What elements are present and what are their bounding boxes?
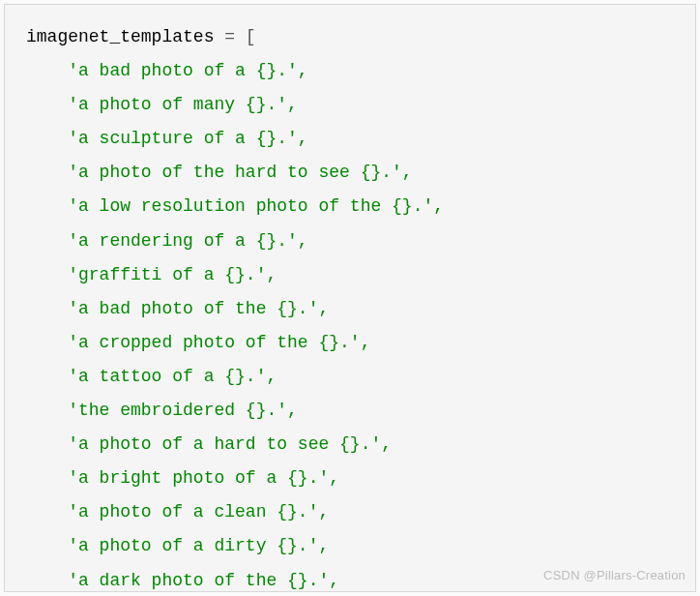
code-line: 'a sculpture of a {}.',: [26, 129, 308, 148]
code-line: 'a bad photo of the {}.',: [26, 299, 329, 318]
code-line: 'a low resolution photo of the {}.',: [26, 196, 444, 216]
assign-op: = [: [224, 27, 255, 46]
code-line: 'a tattoo of a {}.',: [26, 367, 277, 386]
code-line: 'a dark photo of the {}.',: [26, 571, 339, 590]
code-line: 'a photo of many {}.',: [26, 95, 298, 114]
code-line: 'a bright photo of a {}.',: [26, 468, 339, 488]
code-line: 'a rendering of a {}.',: [26, 231, 308, 251]
watermark: CSDN @Pillars-Creation: [543, 563, 685, 587]
code-line: 'a photo of a clean {}.',: [26, 502, 329, 522]
code-line: 'the embroidered {}.',: [26, 401, 298, 420]
code-line: 'a photo of a dirty {}.',: [26, 536, 329, 555]
code-line: 'a photo of a hard to see {}.',: [26, 434, 392, 454]
code-line: 'graffiti of a {}.',: [26, 265, 277, 284]
variable-name: imagenet_templates: [26, 27, 214, 46]
code-block: imagenet_templates = [ 'a bad photo of a…: [4, 4, 696, 592]
code-line: 'a bad photo of a {}.',: [26, 61, 308, 80]
code-line: 'a photo of the hard to see {}.',: [26, 163, 413, 182]
code-line: 'a cropped photo of the {}.',: [26, 333, 370, 352]
